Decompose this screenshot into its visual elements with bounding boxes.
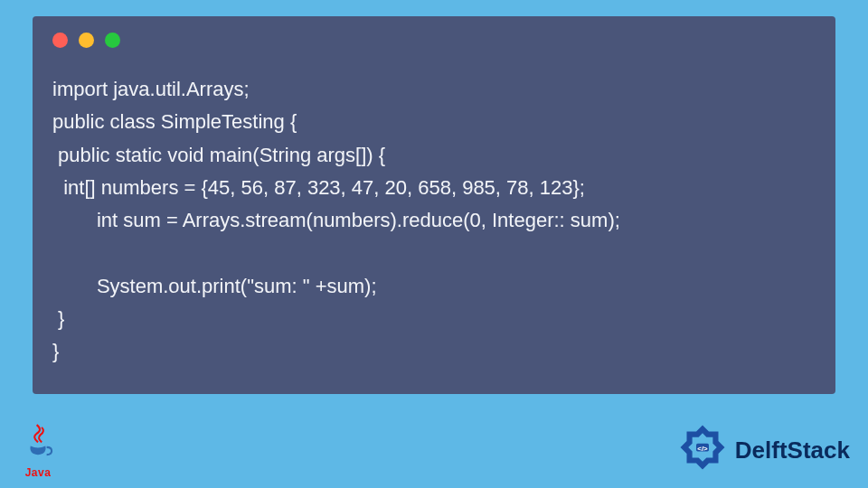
java-logo-label: Java bbox=[25, 466, 52, 479]
footer: Java </> DelftStack bbox=[0, 418, 868, 488]
code-window: import java.util.Arrays; public class Si… bbox=[33, 16, 835, 394]
window-titlebar bbox=[33, 16, 835, 57]
brand-logo: </> DelftStack bbox=[677, 422, 850, 479]
close-icon[interactable] bbox=[52, 33, 68, 48]
svg-text:</>: </> bbox=[697, 444, 708, 452]
java-cup-icon bbox=[18, 421, 58, 465]
java-logo: Java bbox=[18, 421, 58, 479]
delftstack-icon: </> bbox=[677, 422, 728, 479]
code-block: import java.util.Arrays; public class Si… bbox=[33, 57, 835, 369]
brand-label: DelftStack bbox=[735, 436, 850, 465]
maximize-icon[interactable] bbox=[105, 33, 120, 48]
minimize-icon[interactable] bbox=[79, 33, 94, 48]
